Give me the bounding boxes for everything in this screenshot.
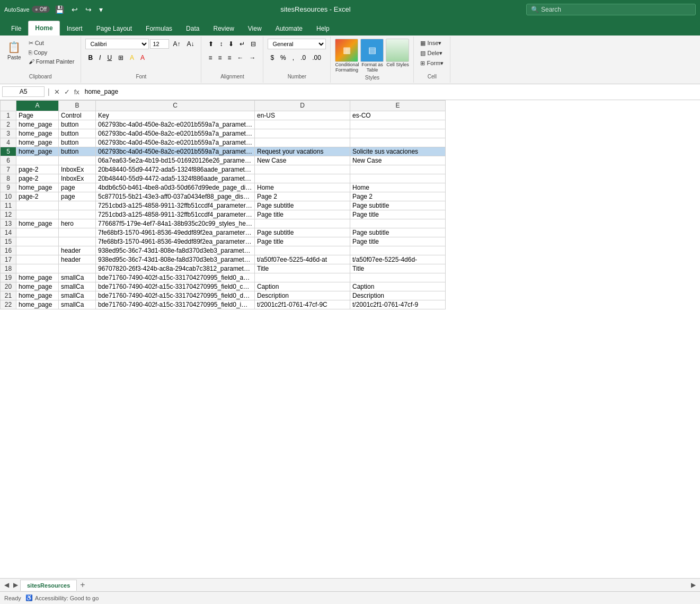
tab-home[interactable]: Home bbox=[28, 21, 59, 35]
table-row[interactable]: 147fe68bf3-1570-4961-8536-49eddf89f2ea_p… bbox=[1, 228, 446, 237]
cell-13-e[interactable] bbox=[350, 219, 446, 228]
search-input[interactable] bbox=[541, 6, 680, 13]
add-sheet-button[interactable]: + bbox=[77, 579, 88, 591]
col-header-b[interactable]: B bbox=[59, 100, 96, 111]
cell-7-b[interactable]: InboxEx bbox=[59, 165, 96, 174]
table-row[interactable]: 157fe68bf3-1570-4961-8536-49eddf89f2ea_p… bbox=[1, 237, 446, 246]
cell-22-a[interactable]: home_page bbox=[16, 300, 59, 309]
cell-4-b[interactable]: button bbox=[59, 138, 96, 147]
decrease-indent-button[interactable]: ← bbox=[234, 52, 246, 63]
scroll-right-icon[interactable]: ▶ bbox=[689, 581, 698, 589]
cell-17-c[interactable]: 938ed95c-36c7-43d1-808e-fa8d370d3eb3_par… bbox=[96, 255, 255, 264]
cell-20-b[interactable]: smallCa bbox=[59, 282, 96, 291]
cell-22-c[interactable]: bde71760-7490-402f-a15c-331704270995_fie… bbox=[96, 300, 255, 309]
scroll-tabs-right[interactable]: ▶ bbox=[11, 581, 20, 589]
col-header-e[interactable]: E bbox=[350, 100, 446, 111]
number-format-dropdown[interactable]: General bbox=[268, 39, 326, 49]
cell-2-e[interactable] bbox=[350, 120, 446, 129]
row-header-22[interactable]: 22 bbox=[1, 300, 16, 309]
cell-17-d[interactable]: t/a50f07ee-5225-4d6d-at bbox=[255, 255, 350, 264]
tab-page-layout[interactable]: Page Layout bbox=[90, 21, 139, 35]
tab-formulas[interactable]: Formulas bbox=[139, 21, 179, 35]
align-center-button[interactable]: ≡ bbox=[215, 52, 224, 63]
table-row[interactable]: 2home_pagebutton062793bc-4a0d-450e-8a2c-… bbox=[1, 120, 446, 129]
tab-file[interactable]: File bbox=[4, 21, 28, 35]
row-header-13[interactable]: 13 bbox=[1, 219, 16, 228]
cell-16-a[interactable] bbox=[16, 246, 59, 255]
paste-button[interactable]: 📋 Paste bbox=[4, 39, 24, 63]
cell-3-b[interactable]: button bbox=[59, 129, 96, 138]
cell-8-e[interactable] bbox=[350, 174, 446, 183]
cell-14-d[interactable]: Page subtitle bbox=[255, 228, 350, 237]
cell-5-e[interactable]: Solicite sus vacaciones bbox=[350, 147, 446, 156]
cell-3-e[interactable] bbox=[350, 129, 446, 138]
cell-20-d[interactable]: Caption bbox=[255, 282, 350, 291]
cell-9-e[interactable]: Home bbox=[350, 183, 446, 192]
align-bottom-button[interactable]: ⬇ bbox=[226, 39, 236, 49]
cell-16-d[interactable] bbox=[255, 246, 350, 255]
row-header-21[interactable]: 21 bbox=[1, 291, 16, 300]
cell-18-e[interactable]: Title bbox=[350, 264, 446, 273]
cell-11-a[interactable] bbox=[16, 201, 59, 210]
row-header-2[interactable]: 2 bbox=[1, 120, 16, 129]
wrap-text-button[interactable]: ↵ bbox=[237, 39, 247, 49]
cell-21-e[interactable]: Description bbox=[350, 291, 446, 300]
cell-7-a[interactable]: page-2 bbox=[16, 165, 59, 174]
tab-automate[interactable]: Automate bbox=[269, 21, 309, 35]
cell-19-d[interactable] bbox=[255, 273, 350, 282]
cell-reference-box[interactable]: A5 bbox=[2, 86, 45, 97]
cell-7-e[interactable] bbox=[350, 165, 446, 174]
table-row[interactable]: 13home_pagehero776687f5-179e-4ef7-84a1-3… bbox=[1, 219, 446, 228]
cell-styles-button[interactable]: Cell Styles bbox=[386, 39, 409, 67]
cell-19-e[interactable] bbox=[350, 273, 446, 282]
cell-4-d[interactable] bbox=[255, 138, 350, 147]
row-header-12[interactable]: 12 bbox=[1, 210, 16, 219]
tab-insert[interactable]: Insert bbox=[60, 21, 90, 35]
cell-4-c[interactable]: 062793bc-4a0d-450e-8a2c-e0201b559a7a_par… bbox=[96, 138, 255, 147]
row-header-5[interactable]: 5 bbox=[1, 147, 16, 156]
row-header-4[interactable]: 4 bbox=[1, 138, 16, 147]
col-header-a[interactable]: A bbox=[16, 100, 59, 111]
customize-icon[interactable]: ▾ bbox=[97, 4, 105, 15]
search-box[interactable]: 🔍 bbox=[526, 4, 696, 15]
tab-data[interactable]: Data bbox=[179, 21, 206, 35]
italic-button[interactable]: I bbox=[96, 52, 103, 63]
cell-22-b[interactable]: smallCa bbox=[59, 300, 96, 309]
row-header-11[interactable]: 11 bbox=[1, 201, 16, 210]
cell-13-d[interactable] bbox=[255, 219, 350, 228]
cell-15-b[interactable] bbox=[59, 237, 96, 246]
cell-5-c[interactable]: 062793bc-4a0d-450e-8a2c-e0201b559a7a_par… bbox=[96, 147, 255, 156]
cell-18-a[interactable] bbox=[16, 264, 59, 273]
insert-function-button[interactable]: fx bbox=[73, 87, 81, 97]
cell-5-a[interactable]: home_page bbox=[16, 147, 59, 156]
cell-5-b[interactable]: button bbox=[59, 147, 96, 156]
cell-18-c[interactable]: 96707820-26f3-424b-ac8a-294cab7c3812_par… bbox=[96, 264, 255, 273]
cell-14-c[interactable]: 7fe68bf3-1570-4961-8536-49eddf89f2ea_par… bbox=[96, 228, 255, 237]
cell-6-c[interactable]: 06a7ea63-5e2a-4b19-bd15-016920126e26_par… bbox=[96, 156, 255, 165]
cell-1-a[interactable]: Page bbox=[16, 111, 59, 120]
cell-21-a[interactable]: home_page bbox=[16, 291, 59, 300]
scroll-tabs-left[interactable]: ◀ bbox=[2, 581, 11, 589]
row-header-20[interactable]: 20 bbox=[1, 282, 16, 291]
cell-9-a[interactable]: home_page bbox=[16, 183, 59, 192]
cell-12-b[interactable] bbox=[59, 210, 96, 219]
cell-6-a[interactable] bbox=[16, 156, 59, 165]
format-painter-button[interactable]: 🖌 Format Painter bbox=[26, 57, 77, 66]
format-as-table-button[interactable]: ▤ Format as Table bbox=[360, 39, 384, 73]
delete-button[interactable]: ▧ Dele▾ bbox=[418, 49, 445, 58]
table-row[interactable]: 21home_pagesmallCabde71760-7490-402f-a15… bbox=[1, 291, 446, 300]
autosave-toggle[interactable]: ● Off bbox=[32, 6, 50, 13]
cell-1-b[interactable]: Control bbox=[59, 111, 96, 120]
cell-15-a[interactable] bbox=[16, 237, 59, 246]
cell-5-d[interactable]: Request your vacations bbox=[255, 147, 350, 156]
cell-6-d[interactable]: New Case bbox=[255, 156, 350, 165]
increase-font-button[interactable]: A↑ bbox=[170, 39, 183, 49]
align-middle-button[interactable]: ↕ bbox=[217, 39, 225, 49]
row-header-19[interactable]: 19 bbox=[1, 273, 16, 282]
cell-3-d[interactable] bbox=[255, 129, 350, 138]
cell-12-c[interactable]: 7251cbd3-a125-4858-9911-32ffb51ccdf4_par… bbox=[96, 210, 255, 219]
cell-22-e[interactable]: t/2001c2f1-0761-47cf-9 bbox=[350, 300, 446, 309]
cell-1-c[interactable]: Key bbox=[96, 111, 255, 120]
increase-decimal-button[interactable]: .00 bbox=[309, 52, 324, 63]
row-header-3[interactable]: 3 bbox=[1, 129, 16, 138]
